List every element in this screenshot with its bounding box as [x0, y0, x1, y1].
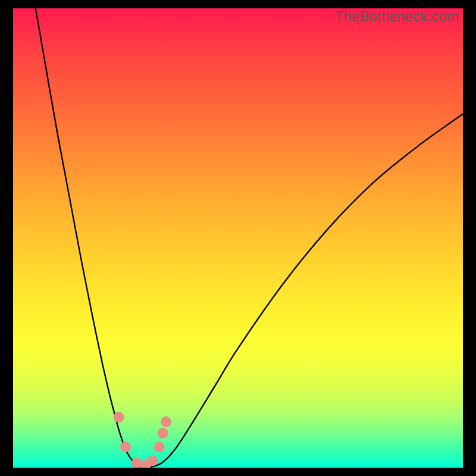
chart-svg — [13, 8, 463, 468]
bottleneck-curve — [36, 8, 463, 468]
watermark-text: TheBottleneck.com — [335, 8, 459, 25]
marker-dot — [158, 428, 168, 439]
marker-dot — [154, 441, 165, 452]
marker-dot — [120, 441, 131, 452]
marker-dot — [147, 455, 158, 466]
marker-dot — [161, 416, 171, 427]
chart-frame: TheBottleneck.com — [13, 8, 463, 468]
marker-dot — [114, 412, 124, 422]
